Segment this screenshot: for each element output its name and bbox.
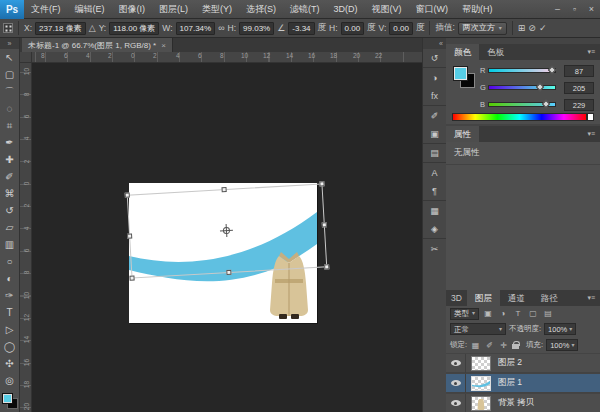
history-brush-tool[interactable]: ↺ [0,202,19,219]
red-slider[interactable] [488,68,556,73]
foreground-color-swatch[interactable] [2,393,13,404]
marquee-tool[interactable]: ▢ [0,66,19,83]
history-panel-icon[interactable]: ↺ [423,49,446,68]
color-spectrum-ramp[interactable] [452,113,587,121]
lock-image-icon[interactable]: ✐ [484,341,495,350]
pen-tool[interactable]: ✑ [0,287,19,304]
relative-position-icon[interactable]: △ [89,22,96,35]
tools-collapse-chevron-icon[interactable]: » [0,38,19,49]
link-dimensions-icon[interactable]: ∞ [218,22,224,35]
transform-reference-point-icon[interactable] [223,227,230,234]
type-tool[interactable]: T [0,304,19,321]
reference-point-locator[interactable] [3,23,13,33]
commit-transform-icon[interactable]: ✓ [539,22,547,35]
layer-thumbnail[interactable] [471,356,491,371]
path-selection-tool[interactable]: ▷ [0,321,19,338]
layer-row-1-selected[interactable]: 图层 1 [446,374,600,393]
brush-presets-panel-icon[interactable]: ✐ [423,106,446,125]
blur-tool[interactable]: ○ [0,253,19,270]
gradient-tool[interactable]: ▥ [0,236,19,253]
eraser-tool[interactable]: ▱ [0,219,19,236]
quick-selection-tool[interactable]: ◌ [0,100,19,117]
vskew-field[interactable]: 0.00 [389,22,413,35]
layer-row-background-copy[interactable]: 背景 拷贝 [446,394,600,412]
menu-window[interactable]: 窗口(W) [409,0,456,19]
green-value-field[interactable]: 205 [564,82,594,94]
dodge-tool[interactable]: ◐ [0,270,19,287]
filter-shape-layers-icon[interactable]: ▢ [527,309,539,318]
filter-type-layers-icon[interactable]: T [512,309,524,318]
brush-tool[interactable]: ✐ [0,168,19,185]
visibility-toggle[interactable] [446,374,466,393]
menu-view[interactable]: 视图(V) [365,0,409,19]
measure-panel-icon[interactable]: ✂ [423,239,446,258]
menu-file[interactable]: 文件(F) [24,0,68,19]
filter-smart-object-icon[interactable]: ▤ [542,309,554,318]
tab-layers[interactable]: 图层 [467,290,500,306]
y-field[interactable]: 118.00 像素 [109,22,159,35]
transform-handle-top-right[interactable] [319,181,324,186]
width-field[interactable]: 107.34% [176,22,216,35]
menu-image[interactable]: 图像(I) [112,0,153,19]
adjustments-panel-icon[interactable]: ◑ [423,68,446,87]
opacity-field[interactable]: 100% ▾ [544,323,576,335]
clone-source-panel-icon[interactable]: ▣ [423,125,446,144]
lasso-tool[interactable]: ⌒ [0,83,19,100]
transform-handle-top-center[interactable] [221,187,226,192]
panel-menu-icon[interactable]: ▾≡ [582,126,600,142]
transform-handle-mid-right[interactable] [322,222,327,227]
character-panel-icon[interactable]: A [423,163,446,182]
tab-channels[interactable]: 通道 [500,290,533,306]
blue-value-field[interactable]: 229 [564,99,594,111]
zoom-tool[interactable]: ◎ [0,372,19,389]
panel-menu-icon[interactable]: ▾≡ [582,44,600,60]
tab-swatches[interactable]: 色板 [479,44,512,60]
layer-filter-dropdown[interactable]: 类型 ▾ [450,308,479,320]
red-value-field[interactable]: 87 [564,65,594,77]
minimize-button[interactable]: – [549,0,566,19]
layer-name[interactable]: 图层 2 [498,357,522,369]
lock-all-icon[interactable] [512,341,519,349]
lock-transparency-icon[interactable]: ▦ [470,341,481,350]
green-slider[interactable] [488,85,556,90]
tab-paths[interactable]: 路径 [533,290,566,306]
tab-properties[interactable]: 属性 [446,126,479,142]
menu-help[interactable]: 帮助(H) [455,0,500,19]
foreground-color-swatch-large[interactable] [453,66,468,81]
lock-position-icon[interactable]: ✛ [498,341,509,350]
eyedropper-tool[interactable]: ✒ [0,134,19,151]
filter-pixel-layers-icon[interactable]: ▣ [482,309,494,318]
filter-adjustment-layers-icon[interactable]: ◑ [497,309,509,318]
transform-handle-bottom-right[interactable] [324,264,329,269]
shape-tool[interactable]: ◯ [0,338,19,355]
fill-field[interactable]: 100% ▾ [546,339,578,351]
panel-menu-icon[interactable]: ▾≡ [582,290,600,306]
layer-name[interactable]: 背景 拷贝 [498,397,534,409]
crop-tool[interactable]: ⌗ [0,117,19,134]
hand-tool[interactable]: ✣ [0,355,19,372]
rotate-field[interactable]: -3.34 [288,22,314,35]
tab-color[interactable]: 颜色 [446,44,479,60]
maximize-button[interactable]: ▫ [566,0,583,19]
layer-name[interactable]: 图层 1 [498,377,522,389]
height-field[interactable]: 99.03% [239,22,274,35]
transform-handle-top-left[interactable] [125,193,130,198]
layer-row-2[interactable]: 图层 2 [446,354,600,373]
menu-edit[interactable]: 编辑(E) [68,0,112,19]
vertical-ruler[interactable]: 10 8 6 4 2 0 2 4 6 8 10 12 14 16 18 20 [20,63,32,412]
layer-thumbnail[interactable] [471,396,491,411]
layer-thumbnail[interactable] [471,376,491,391]
visibility-toggle[interactable] [446,394,466,412]
visibility-toggle[interactable] [446,354,466,373]
menu-select[interactable]: 选择(S) [239,0,283,19]
move-tool[interactable]: ↖ [0,49,19,66]
free-transform-box[interactable] [127,183,328,278]
white-color-cap[interactable] [587,113,594,121]
menu-3d[interactable]: 3D(D) [327,0,365,19]
info-panel-icon[interactable]: ▦ [423,201,446,220]
navigator-panel-icon[interactable]: ◈ [423,220,446,239]
paragraph-panel-icon[interactable]: ¶ [423,182,446,201]
tab-3d[interactable]: 3D [446,290,467,306]
healing-brush-tool[interactable]: ✚ [0,151,19,168]
document-tab[interactable]: 未标题-1 @ 66.7%(图层 1, RGB/8) * × [22,38,173,52]
